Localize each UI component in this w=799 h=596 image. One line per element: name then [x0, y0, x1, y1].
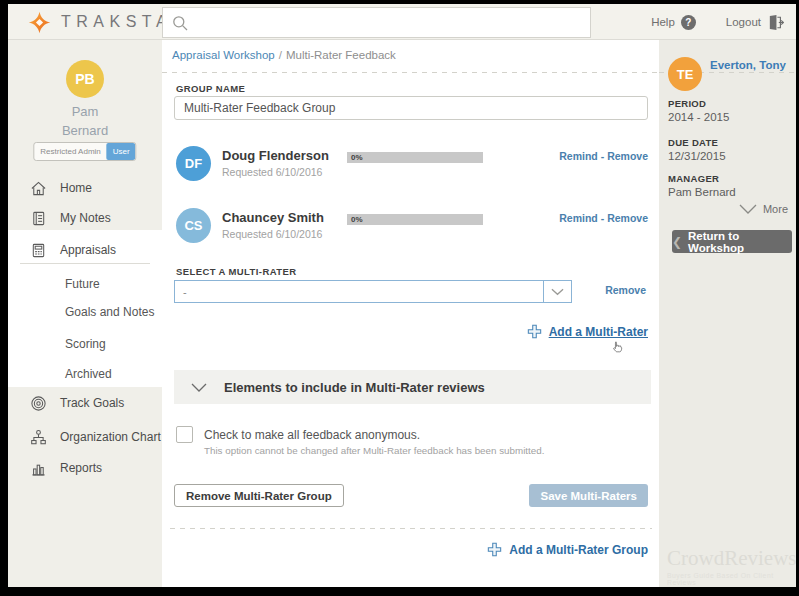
sidebar-item-future[interactable]: Future [8, 271, 162, 297]
link-separator: - [598, 212, 607, 224]
rater-avatar: CS [176, 208, 211, 243]
employee-panel: TE Everton, Tony PERIOD 2014 - 2015 DUE … [659, 40, 796, 587]
chevron-down-icon [543, 281, 571, 302]
add-multi-rater-group-link[interactable]: Add a Multi-Rater Group [487, 542, 648, 557]
logout-button[interactable]: Logout [726, 14, 784, 31]
notes-icon [30, 210, 47, 227]
anonymous-checkbox-note: This option cannot be changed after Mult… [204, 445, 544, 456]
trakstar-app-window: TRAKSTAR Help ? Logout PB Pam Ber [8, 4, 796, 587]
sidebar-item-label: My Notes [60, 211, 111, 225]
rater-row: DF Doug Flenderson Requested 6/10/2016 0… [176, 146, 648, 186]
rater-name: Doug Flenderson [222, 148, 329, 163]
help-icon: ? [681, 15, 696, 30]
sidebar-item-label: Reports [60, 461, 102, 475]
select-current-value: - [175, 286, 543, 298]
remove-multi-rater-group-button[interactable]: Remove Multi-Rater Group [174, 484, 344, 507]
sidebar-item-reports[interactable]: Reports [8, 455, 162, 481]
select-multi-rater-label: SELECT A MULTI-RATER [176, 266, 296, 277]
sidebar-item-home[interactable]: Home [8, 175, 162, 201]
rater-requested-date: Requested 6/10/2016 [222, 228, 322, 240]
topbar-actions: Help ? Logout [651, 4, 784, 40]
elements-section-header[interactable]: Elements to include in Multi-Rater revie… [174, 370, 651, 404]
watermark-title: CrowdReviews [667, 546, 796, 571]
user-last-name: Bernard [8, 121, 162, 140]
rater-actions: Remind - Remove [559, 212, 648, 224]
role-restricted-admin[interactable]: Restricted Admin [34, 143, 106, 160]
target-icon [30, 395, 47, 412]
remind-link[interactable]: Remind [559, 212, 598, 224]
remove-link[interactable]: Remove [607, 150, 648, 162]
due-date-value: 12/31/2015 [668, 150, 726, 162]
remind-link[interactable]: Remind [559, 150, 598, 162]
manager-value: Pam Bernard [668, 186, 736, 198]
group-name-input[interactable] [174, 96, 648, 120]
menu-divider [20, 263, 150, 264]
help-label: Help [651, 16, 675, 28]
manager-label: MANAGER [668, 173, 719, 184]
sidebar-item-label: Appraisals [60, 243, 116, 257]
period-label: PERIOD [668, 98, 706, 109]
sidebar-item-label: Archived [65, 367, 112, 381]
sidebar-item-label: Scoring [65, 337, 106, 351]
sidebar-item-goals-and-notes[interactable]: Goals and Notes [8, 299, 162, 325]
rater-avatar: DF [176, 146, 211, 181]
progress-percent-label: 0% [351, 153, 363, 162]
search-icon [172, 15, 188, 31]
reports-icon [30, 460, 47, 477]
rater-actions: Remind - Remove [559, 150, 648, 162]
sidebar-item-scoring[interactable]: Scoring [8, 331, 162, 357]
user-first-name: Pam [8, 102, 162, 121]
rater-requested-date: Requested 6/10/2016 [222, 166, 322, 178]
role-toggle: Restricted Admin User [33, 142, 136, 161]
sidebar-item-label: Home [60, 181, 92, 195]
plus-icon [527, 324, 542, 339]
return-to-workshop-button[interactable]: ❮ Return to Workshop [672, 230, 792, 253]
anonymous-checkbox[interactable] [176, 426, 193, 443]
watermark-tagline: Buyers Guide Based On Client Reviews [667, 572, 796, 586]
screen: TRAKSTAR Help ? Logout PB Pam Ber [0, 0, 799, 596]
employee-avatar: TE [668, 57, 702, 91]
sidebar-item-organization-chart[interactable]: Organization Chart [8, 424, 162, 450]
home-icon [30, 180, 47, 197]
group-name-label: GROUP NAME [176, 83, 245, 94]
search-input[interactable] [195, 8, 590, 37]
left-sidebar: PB Pam Bernard Restricted Admin User Hom… [8, 40, 162, 587]
save-multi-raters-button[interactable]: Save Multi-Raters [529, 484, 648, 507]
select-remove-link[interactable]: Remove [605, 284, 646, 296]
remove-link[interactable]: Remove [607, 212, 648, 224]
rater-progress-bar: 0% [347, 152, 483, 163]
help-button[interactable]: Help ? [651, 15, 696, 30]
chevron-down-icon [191, 383, 207, 392]
link-separator: - [598, 150, 607, 162]
chevron-left-icon: ❮ [672, 235, 682, 249]
employee-name-link[interactable]: Everton, Tony [710, 59, 786, 71]
crowdreviews-watermark: CrowdReviews Buyers Guide Based On Clien… [667, 546, 796, 586]
progress-percent-label: 0% [351, 215, 363, 224]
breadcrumb: Appraisal Workshop/Multi-Rater Feedback [172, 49, 396, 61]
org-chart-icon [30, 429, 47, 446]
mouse-hand-cursor [610, 340, 625, 359]
add-multi-rater-group-label: Add a Multi-Rater Group [509, 543, 648, 557]
sidebar-item-appraisals[interactable]: Appraisals [8, 237, 162, 263]
chevron-down-icon [739, 204, 757, 214]
sidebar-item-my-notes[interactable]: My Notes [8, 205, 162, 231]
sidebar-item-track-goals[interactable]: Track Goals [8, 390, 162, 416]
anonymous-checkbox-label: Check to make all feedback anonymous. [204, 428, 420, 442]
sidebar-item-label: Future [65, 277, 100, 291]
rater-progress-bar: 0% [347, 214, 483, 225]
sidebar-item-label: Goals and Notes [65, 305, 154, 319]
more-link[interactable]: More [739, 203, 788, 215]
sidebar-item-label: Track Goals [60, 396, 124, 410]
role-user[interactable]: User [107, 143, 136, 160]
breadcrumb-appraisal-workshop-link[interactable]: Appraisal Workshop [172, 49, 275, 61]
period-value: 2014 - 2015 [668, 111, 729, 123]
sidebar-item-label: Organization Chart [60, 430, 161, 444]
current-user-avatar: PB [66, 60, 104, 98]
add-multi-rater-link[interactable]: Add a Multi-Rater [527, 324, 648, 339]
rater-name: Chauncey Smith [222, 210, 324, 225]
add-multi-rater-label: Add a Multi-Rater [549, 325, 648, 339]
sidebar-item-archived[interactable]: Archived [8, 361, 162, 387]
multi-rater-select[interactable]: - [174, 280, 572, 303]
search-box[interactable] [162, 7, 591, 38]
top-bar: TRAKSTAR Help ? Logout [8, 4, 796, 40]
